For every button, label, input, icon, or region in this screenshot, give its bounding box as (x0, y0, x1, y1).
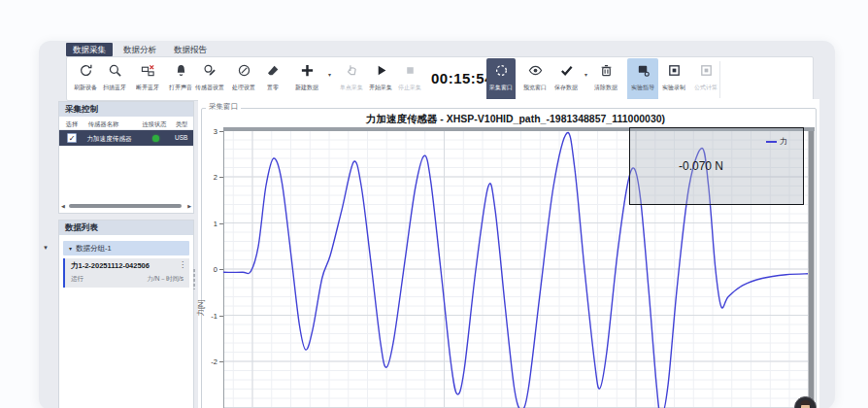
eraser-icon (256, 63, 289, 81)
col-connection-status: 连接状态 (142, 120, 166, 129)
search-icon (98, 63, 131, 81)
zero-button[interactable]: 置零 (256, 58, 289, 99)
panel-title: 数据列表 (59, 221, 193, 235)
scroll-left-icon[interactable]: ◀ (61, 203, 65, 209)
toolbar-divider (719, 61, 720, 98)
status-dot-icon (152, 135, 159, 142)
main-toolbar: 刷新设备 扫描蓝牙 断开蓝牙 打开声音 传感器设置 处理设置 (66, 56, 814, 101)
group-caret-icon[interactable]: ▾ (69, 246, 72, 252)
stop-capture-button[interactable]: 停止采集 (393, 58, 426, 99)
toolbar-label: 扫描蓝牙 (99, 84, 129, 91)
y-tick-label: 0 (202, 265, 217, 274)
toolbar-label: 保存数据 (551, 84, 580, 91)
legend-line-icon (766, 141, 777, 143)
chart-title: 力加速度传感器 - XHSP-V10HID_path_-1981348857_1… (223, 113, 808, 126)
data-list-panel: 数据列表 ▾数据分组-1 力1-2-20251112-042506 ⋮ 运行 力… (58, 220, 194, 408)
toolbar-label: 预览窗口 (518, 84, 551, 91)
scroll-right-icon[interactable]: ▶ (187, 203, 191, 209)
app-window: 数据采集 数据分析 数据报告 刷新设备 扫描蓝牙 断开蓝牙 打开声音 (39, 41, 835, 408)
data-item-status: 运行 (71, 275, 83, 284)
play-icon (364, 63, 397, 81)
scan-bluetooth-button[interactable]: 扫描蓝牙 (98, 58, 131, 99)
experiment-guide-button[interactable]: 实验指导 (627, 58, 658, 101)
item-menu-dots-icon[interactable]: ⋮ (179, 260, 186, 269)
toolbar-label: 刷新设备 (70, 84, 100, 91)
toolbar-label: 断开蓝牙 (132, 84, 162, 91)
disconnect-bluetooth-button[interactable]: 断开蓝牙 (131, 58, 164, 99)
eye-icon (517, 63, 552, 81)
save-data-button[interactable]: 保存数据 (551, 58, 582, 99)
chart-card: 采集窗口 力加速度传感器 - XHSP-V10HID_path_-1981348… (198, 99, 819, 408)
data-group-row[interactable]: ▾数据分组-1 (63, 241, 189, 255)
sensor-table-header: 选择 传感器名称 连接状态 类型 (59, 117, 193, 130)
toolbar-label: 清除数据 (590, 84, 620, 91)
col-sensor-name: 传感器名称 (88, 120, 119, 129)
sensor-checkbox[interactable]: ✓ (67, 133, 77, 143)
stop-icon (393, 63, 426, 81)
clear-data-button[interactable]: 清除数据 (589, 58, 622, 99)
new-data-button[interactable]: 新建数据 (290, 58, 323, 99)
toolbar-label: 公式计算 (690, 84, 720, 91)
group-label: 数据分组-1 (76, 244, 112, 253)
col-type: 类型 (176, 120, 188, 129)
experiment-record-button[interactable]: 实验录制 (658, 58, 689, 99)
record-square-icon (658, 63, 689, 81)
toolbar-label: 传感器设置 (193, 84, 227, 91)
sensor-settings-button[interactable]: 传感器设置 (191, 58, 228, 99)
avatar-hair-icon (800, 400, 811, 405)
check-icon (551, 63, 582, 81)
guide-board-icon (627, 63, 658, 81)
col-select: 选择 (66, 120, 79, 129)
chart-legend: 力 (766, 136, 787, 147)
sensor-name: 力加速度传感器 (86, 134, 132, 144)
start-capture-button[interactable]: 开始采集 (364, 58, 397, 99)
data-item-axes: 力/N－时间/s (147, 275, 184, 284)
tab-data-capture[interactable]: 数据采集 (66, 43, 113, 56)
toolbar-label: 实验指导 (628, 84, 656, 91)
legend-label: 力 (780, 136, 787, 147)
toolbar-label: 置零 (257, 84, 287, 91)
tab-data-analysis[interactable]: 数据分析 (117, 43, 163, 56)
bluetooth-disconnect-icon (131, 63, 164, 81)
toolbar-label: 单点采集 (336, 84, 366, 91)
toolbar-label: 新建数据 (291, 84, 321, 91)
vscroll-thumb[interactable] (809, 129, 814, 408)
tab-data-report[interactable]: 数据报告 (167, 43, 214, 56)
y-tick-label: -1 (202, 312, 217, 321)
acquisition-control-panel: 采集控制 选择 传感器名称 连接状态 类型 ✓ 力加速度传感器 USB ◀ ▶ (58, 101, 194, 214)
hand-pointer-icon (335, 63, 368, 81)
save-data-caret-icon[interactable]: ▾ (584, 71, 587, 78)
item-accent-bar (63, 258, 65, 288)
y-tick-label: 2 (202, 173, 217, 182)
current-value-annotation: -0.070 N (679, 159, 723, 173)
sidebar-collapse-toggle[interactable]: ▼ (43, 245, 49, 251)
panel-resize-handle[interactable] (192, 268, 197, 289)
sensor-table-hscrollbar[interactable]: ◀ ▶ (61, 202, 191, 210)
hscroll-thumb[interactable] (69, 204, 182, 208)
process-settings-button[interactable]: 处理设置 (227, 58, 260, 99)
toolbar-label: 采集窗口 (487, 84, 515, 91)
dashed-circle-icon (486, 63, 516, 81)
measurement-overlay-box: -0.070 N 力 (629, 127, 804, 205)
preview-window-button[interactable]: 预览窗口 (517, 58, 552, 99)
data-item[interactable]: 力1-2-20251112-042506 ⋮ 运行 力/N－时间/s (63, 258, 189, 288)
plus-icon (290, 63, 323, 81)
main-tabbar: 数据采集 数据分析 数据报告 (66, 43, 214, 56)
sensor-settings-icon (191, 63, 228, 81)
refresh-device-button[interactable]: 刷新设备 (69, 58, 102, 99)
y-tick-label: 3 (202, 127, 217, 136)
sensor-table-row[interactable]: ✓ 力加速度传感器 USB (59, 130, 193, 146)
y-tick-label: -2 (202, 357, 217, 366)
new-data-caret-icon[interactable]: ▾ (328, 71, 331, 78)
toolbar-label: 实验录制 (659, 84, 687, 91)
formula-calc-button[interactable]: 公式计算 (689, 58, 722, 99)
screen: 数据采集 数据分析 数据报告 刷新设备 扫描蓝牙 断开蓝牙 打开声音 (0, 0, 868, 408)
sensor-type: USB (175, 134, 187, 141)
plot-vscrollbar[interactable] (808, 129, 815, 408)
single-point-capture-button[interactable]: 单点采集 (335, 58, 368, 99)
refresh-icon (69, 63, 102, 81)
capture-window-button[interactable]: 采集窗口 (486, 58, 516, 101)
compass-pen-icon (227, 63, 260, 81)
toolbar-label: 停止采集 (394, 84, 424, 91)
trash-icon (589, 63, 622, 81)
